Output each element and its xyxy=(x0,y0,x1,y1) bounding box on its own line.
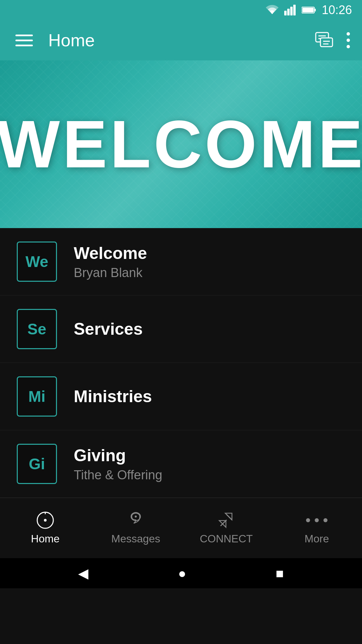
welcome-banner: WELCOME xyxy=(0,60,362,228)
dot-2 xyxy=(347,39,350,42)
hamburger-line-1 xyxy=(15,35,33,36)
svg-rect-0 xyxy=(284,11,287,15)
app-bar: Home xyxy=(0,20,362,60)
svg-rect-5 xyxy=(314,9,316,11)
services-item-content: Services xyxy=(74,319,143,339)
ministries-item-icon: Mi xyxy=(17,376,57,417)
menu-item-welcome[interactable]: We Welcome Bryan Blank xyxy=(0,228,362,296)
welcome-item-title: Welcome xyxy=(74,244,147,263)
giving-item-title: Giving xyxy=(74,446,162,465)
svg-point-17 xyxy=(135,516,137,518)
more-dot-3 xyxy=(323,518,327,522)
giving-item-icon: Gi xyxy=(17,444,57,484)
svg-rect-1 xyxy=(287,9,290,15)
chat-icon xyxy=(315,32,333,49)
messages-nav-icon xyxy=(127,511,144,529)
welcome-icon-text: We xyxy=(25,253,48,271)
home-nav-icon xyxy=(36,511,54,529)
hamburger-line-2 xyxy=(15,40,33,41)
connect-nav-label: CONNECT xyxy=(200,533,253,545)
services-item-title: Services xyxy=(74,319,143,339)
hamburger-menu-button[interactable] xyxy=(12,31,36,50)
bottom-navigation: Home Messages CONNECT More xyxy=(0,498,362,558)
dot-1 xyxy=(347,32,350,36)
menu-item-giving[interactable]: Gi Giving Tithe & Offering xyxy=(0,430,362,498)
battery-icon xyxy=(302,6,316,14)
app-bar-title: Home xyxy=(48,30,315,50)
chat-icon-button[interactable] xyxy=(315,32,333,49)
banner-title: WELCOME xyxy=(0,106,362,183)
more-options-button[interactable] xyxy=(347,32,350,49)
giving-item-subtitle: Tithe & Offering xyxy=(74,468,162,482)
ministries-item-content: Ministries xyxy=(74,387,152,406)
giving-item-content: Giving Tithe & Offering xyxy=(74,446,162,482)
back-button[interactable]: ◀ xyxy=(78,566,88,581)
menu-item-ministries[interactable]: Mi Ministries xyxy=(0,363,362,430)
svg-rect-6 xyxy=(302,8,314,12)
menu-list: We Welcome Bryan Blank Se Services Mi Mi… xyxy=(0,228,362,498)
welcome-item-content: Welcome Bryan Blank xyxy=(74,244,147,280)
wifi-icon xyxy=(265,5,279,15)
svg-rect-3 xyxy=(293,5,296,15)
status-icons: 10:26 xyxy=(265,3,352,17)
nav-item-more[interactable]: More xyxy=(272,506,362,550)
services-item-icon: Se xyxy=(17,309,57,349)
messages-nav-label: Messages xyxy=(111,533,160,545)
nav-item-home[interactable]: Home xyxy=(0,506,90,550)
ministries-icon-text: Mi xyxy=(28,387,45,406)
home-nav-label: Home xyxy=(31,533,59,545)
more-dot-1 xyxy=(306,518,310,522)
ministries-item-title: Ministries xyxy=(74,387,152,406)
connect-nav-icon xyxy=(217,511,235,529)
hamburger-line-3 xyxy=(15,45,33,46)
svg-rect-10 xyxy=(320,38,333,47)
more-nav-label: More xyxy=(305,533,329,545)
more-dot-2 xyxy=(315,518,319,522)
status-time: 10:26 xyxy=(322,3,352,17)
svg-rect-2 xyxy=(290,7,293,15)
more-nav-icon-container xyxy=(306,511,327,529)
nav-item-messages[interactable]: Messages xyxy=(90,506,181,550)
system-navigation-bar: ◀ ● ■ xyxy=(0,558,362,588)
app-bar-actions xyxy=(315,32,350,49)
welcome-item-subtitle: Bryan Blank xyxy=(74,266,147,280)
welcome-item-icon: We xyxy=(17,241,57,282)
home-button[interactable]: ● xyxy=(178,566,186,581)
svg-marker-20 xyxy=(225,513,232,520)
dot-3 xyxy=(347,45,350,48)
menu-item-services[interactable]: Se Services xyxy=(0,296,362,363)
giving-icon-text: Gi xyxy=(29,455,45,473)
svg-point-14 xyxy=(44,519,47,522)
status-bar: 10:26 xyxy=(0,0,362,20)
recents-button[interactable]: ■ xyxy=(276,566,284,581)
signal-icon xyxy=(284,5,296,15)
services-icon-text: Se xyxy=(27,320,46,338)
nav-item-connect[interactable]: CONNECT xyxy=(181,506,272,550)
